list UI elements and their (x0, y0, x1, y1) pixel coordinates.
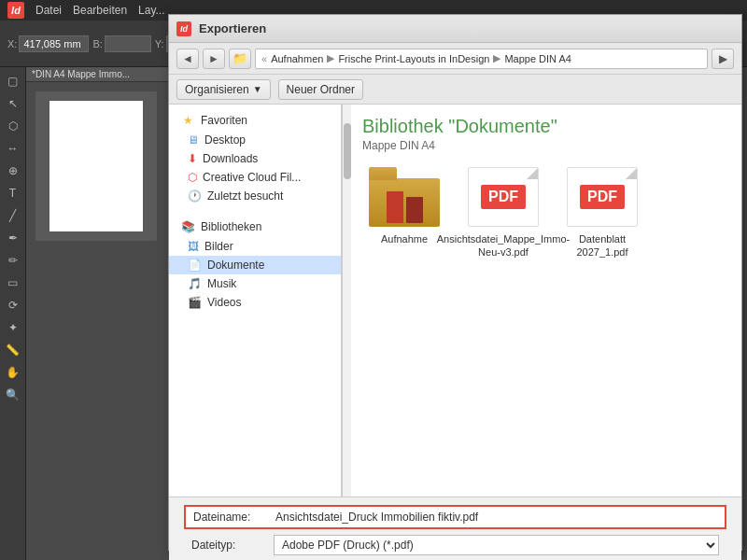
file-toolbar: Organisieren ▼ Neuer Ordner (169, 75, 741, 105)
desktop-icon: 🖥 (188, 133, 199, 147)
downloads-icon: ⬇ (188, 152, 197, 165)
file-item-datenblatt[interactable]: PDF Datenblatt 2027_1.pdf (560, 167, 644, 259)
library-subtitle: Mappe DIN A4 (362, 139, 730, 152)
pdf-thumbnail-2: PDF (567, 167, 638, 227)
sidebar-libraries-header: 📚 Bibliotheken (169, 217, 341, 237)
app-logo: Id (7, 2, 24, 19)
content-tool[interactable]: ⊕ (3, 161, 23, 181)
pdf-thumbnail-1: PDF (468, 167, 539, 227)
export-dialog: Id Exportieren ◄ ► 📁 « Aufnahmen ▶ Frisc… (168, 14, 742, 551)
transform-tool[interactable]: ⟳ (3, 295, 23, 315)
favorites-label: Favoriten (201, 114, 247, 127)
dialog-title-bar: Id Exportieren (169, 15, 741, 43)
sidebar-desktop-label: Desktop (204, 133, 246, 147)
navigation-bar: ◄ ► 📁 « Aufnahmen ▶ Frische Print-Layout… (169, 43, 741, 75)
y-label: Y: (155, 38, 164, 49)
type-tool[interactable]: T (3, 183, 23, 203)
forward-button[interactable]: ► (203, 49, 225, 69)
sidebar-cc-label: Creative Cloud Fil... (203, 171, 301, 184)
menu-datei[interactable]: Datei (35, 4, 62, 17)
bilder-icon: 🖼 (188, 240, 199, 253)
sidebar-dokumente-label: Dokumente (207, 259, 264, 272)
sidebar-recent-label: Zuletzt besucht (207, 189, 283, 203)
file-datenblatt-label: Datenblatt 2027_1.pdf (560, 232, 644, 259)
eyedrop-tool[interactable]: ✦ (3, 317, 23, 338)
b-input[interactable] (105, 35, 151, 52)
nav-more-button[interactable]: ▶ (712, 49, 734, 69)
line-tool[interactable]: ╱ (3, 205, 23, 226)
dokumente-icon: 📄 (188, 259, 202, 272)
sidebar-videos-label: Videos (207, 296, 241, 309)
document-area: *DIN A4 Mappe Immo... (26, 67, 173, 560)
zoom-tool[interactable]: 🔍 (3, 385, 23, 405)
clock-icon: 🕐 (188, 189, 202, 203)
sidebar-item-dokumente[interactable]: 📄 Dokumente (169, 256, 341, 274)
new-folder-button[interactable]: Neuer Ordner (278, 79, 363, 100)
sidebar-item-recent[interactable]: 🕐 Zuletzt besucht (169, 187, 341, 205)
menu-lay[interactable]: Lay... (138, 4, 164, 17)
pdf-badge-2: PDF (580, 185, 625, 209)
breadcrumb-seg-1[interactable]: Aufnahmen (271, 53, 323, 64)
filename-row: Dateiname: (184, 505, 726, 529)
select-tool[interactable]: ▢ (3, 71, 23, 91)
x-label: X: (7, 38, 17, 49)
gap-tool[interactable]: ↔ (3, 138, 23, 159)
back-icon: ◄ (182, 52, 193, 65)
filetype-select[interactable]: Adobe PDF (Druck) (*.pdf) (274, 535, 719, 555)
organize-button[interactable]: Organisieren ▼ (176, 79, 271, 100)
folder-contents (376, 176, 432, 223)
sidebar-scrollbar[interactable] (342, 105, 351, 497)
sidebar-sep (169, 209, 341, 217)
direct-select-tool[interactable]: ↖ (3, 93, 23, 114)
sidebar-item-videos[interactable]: 🎬 Videos (169, 293, 341, 312)
sidebar-bilder-label: Bilder (204, 240, 233, 253)
file-item-aufnahme[interactable]: Aufnahme (362, 167, 446, 259)
sidebar-item-musik[interactable]: 🎵 Musik (169, 274, 341, 293)
breadcrumb-seg-3[interactable]: Mappe DIN A4 (504, 53, 571, 64)
sidebar-item-downloads[interactable]: ⬇ Downloads (169, 149, 341, 168)
filename-input[interactable] (275, 511, 717, 524)
sidebar-item-creative-cloud[interactable]: ⬡ Creative Cloud Fil... (169, 168, 341, 187)
rect-tool[interactable]: ▭ (3, 273, 23, 293)
hand-tool[interactable]: ✋ (3, 362, 23, 383)
sidebar-item-bilder[interactable]: 🖼 Bilder (169, 237, 341, 256)
nav-sep-1: ▶ (327, 52, 334, 64)
organize-label: Organisieren (185, 83, 249, 96)
libraries-label: Bibliotheken (201, 220, 261, 233)
tools-panel: ▢ ↖ ⬡ ↔ ⊕ T ╱ ✒ ✏ ▭ ⟳ ✦ 📏 ✋ 🔍 (0, 67, 26, 560)
folder-button[interactable]: 📁 (229, 49, 251, 69)
dialog-title: Exportieren (199, 21, 266, 35)
file-aufnahme-label: Aufnahme (381, 232, 428, 245)
document-canvas (35, 91, 157, 241)
measure-tool[interactable]: 📏 (3, 340, 23, 360)
sidebar-musik-label: Musik (207, 277, 236, 290)
sidebar-item-desktop[interactable]: 🖥 Desktop (169, 131, 341, 149)
x-input[interactable] (19, 35, 89, 52)
file-item-ansichtsdatei[interactable]: PDF Ansichtsdatei_Mappe_Immo-Neu-v3.pdf (461, 167, 545, 259)
nav-sep-2: ▶ (493, 52, 500, 64)
breadcrumb-path: « Aufnahmen ▶ Frische Print-Layouts in I… (255, 49, 708, 69)
libraries-section: 📚 Bibliotheken 🖼 Bilder 📄 Dokumente 🎵 Mu… (169, 217, 341, 312)
sidebar-wrapper: ★ Favoriten 🖥 Desktop ⬇ Downloads ⬡ Crea… (169, 105, 351, 497)
pen-tool[interactable]: ✒ (3, 228, 23, 248)
filetype-row: Dateityp: Adobe PDF (Druck) (*.pdf) (184, 535, 726, 555)
pdf-corner-2 (626, 168, 637, 179)
filename-label: Dateiname: (193, 511, 268, 524)
pencil-tool[interactable]: ✏ (3, 250, 23, 271)
menu-bearbeiten[interactable]: Bearbeiten (73, 4, 127, 17)
x-coord-field: X: (7, 35, 89, 52)
nav-sep-start: « (261, 53, 267, 64)
folder-thumbnail (369, 167, 440, 227)
folder-icon: 📁 (233, 51, 247, 65)
b-coord-field: B: (92, 35, 150, 52)
bottom-area: Dateiname: Dateityp: Adobe PDF (Druck) (… (169, 497, 741, 560)
folder-doc-2 (406, 197, 423, 223)
breadcrumb-seg-2[interactable]: Frische Print-Layouts in InDesign (338, 53, 489, 64)
document-page (49, 101, 143, 231)
page-tool[interactable]: ⬡ (3, 116, 23, 136)
file-ansichtsdatei-label: Ansichtsdatei_Mappe_Immo-Neu-v3.pdf (437, 232, 570, 259)
document-tab[interactable]: *DIN A4 Mappe Immo... (26, 67, 173, 82)
sidebar: ★ Favoriten 🖥 Desktop ⬇ Downloads ⬡ Crea… (169, 105, 342, 497)
back-button[interactable]: ◄ (176, 49, 199, 69)
sidebar-downloads-label: Downloads (203, 152, 258, 165)
